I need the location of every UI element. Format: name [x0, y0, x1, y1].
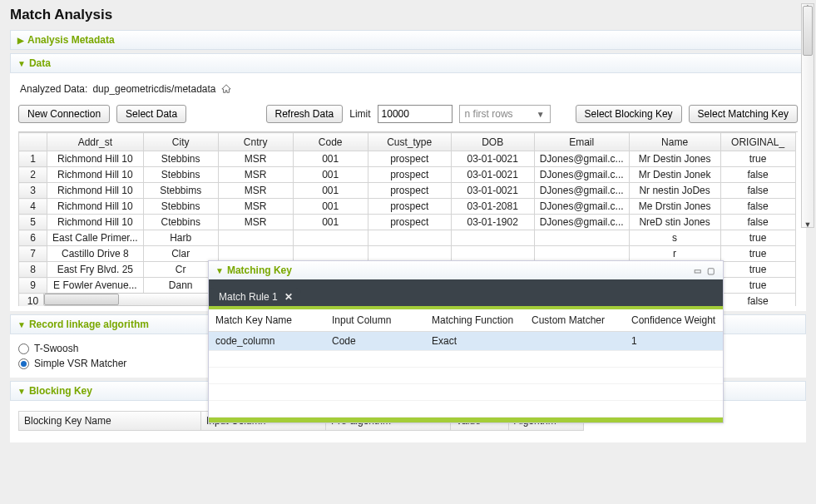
data-cell[interactable]: DJones@gmail.c... [534, 167, 629, 183]
data-cell[interactable] [218, 230, 293, 246]
data-cell[interactable]: East Fry Blvd. 25 [47, 262, 144, 278]
rownum-cell[interactable]: 3 [19, 183, 47, 199]
data-cell[interactable]: E Fowler Avenue... [47, 278, 144, 294]
n-first-rows-select[interactable]: n first rows ▼ [459, 105, 551, 123]
data-cell[interactable]: Cr [143, 262, 218, 278]
data-cell[interactable]: MSR [218, 183, 293, 199]
matching-key-table[interactable]: Match Key Name Input Column Matching Fun… [209, 309, 723, 418]
rownum-cell[interactable]: 5 [19, 215, 47, 230]
data-cell[interactable]: true [720, 278, 795, 294]
data-cell[interactable] [368, 246, 451, 262]
data-cell[interactable]: Stebbins [143, 167, 218, 183]
data-cell[interactable]: Mr Destin Jonek [629, 167, 720, 183]
data-cell[interactable]: 03-01-2081 [451, 199, 534, 215]
data-cell[interactable]: DJones@gmail.c... [534, 215, 629, 230]
data-cell[interactable]: false [720, 215, 795, 230]
data-cell[interactable]: MSR [218, 167, 293, 183]
data-cell[interactable]: true [720, 262, 795, 278]
select-blocking-key-button[interactable]: Select Blocking Key [576, 105, 682, 123]
data-cell[interactable]: DJones@gmail.c... [534, 183, 629, 199]
col-email[interactable]: Email [534, 133, 629, 151]
mk-col-func[interactable]: Matching Function [425, 309, 525, 332]
table-row[interactable]: 6East Calle Primer...Harbstrue [19, 230, 796, 246]
mk-col-weight[interactable]: Confidence Weight [625, 309, 723, 332]
mk-cell-input[interactable]: Code [325, 332, 425, 351]
data-cell[interactable]: r [629, 246, 720, 262]
data-cell[interactable]: false [720, 183, 795, 199]
mk-cell-weight[interactable]: 1 [625, 332, 723, 351]
data-cell[interactable]: 001 [293, 167, 368, 183]
table-row[interactable]: 3Richmond Hill 10StebbimsMSR001prospect0… [19, 183, 796, 199]
data-cell[interactable] [451, 230, 534, 246]
data-cell[interactable] [451, 246, 534, 262]
data-cell[interactable]: Richmond Hill 10 [47, 215, 144, 230]
rownum-cell[interactable]: 6 [19, 230, 47, 246]
data-cell[interactable]: s [629, 230, 720, 246]
data-cell[interactable]: DJones@gmail.c... [534, 151, 629, 167]
data-cell[interactable]: prospect [368, 199, 451, 215]
data-cell[interactable]: Nr nestin JoDes [629, 183, 720, 199]
data-cell[interactable]: true [720, 246, 795, 262]
data-header[interactable]: ▼ Data [10, 53, 806, 73]
data-cell[interactable]: 001 [293, 151, 368, 167]
rownum-cell[interactable]: 4 [19, 199, 47, 215]
mk-col-matcher[interactable]: Custom Matcher [525, 309, 625, 332]
select-data-button[interactable]: Select Data [116, 105, 186, 123]
data-cell[interactable]: true [720, 230, 795, 246]
data-cell[interactable]: 001 [293, 215, 368, 230]
rownum-cell[interactable]: 9 [19, 278, 47, 294]
data-cell[interactable]: 03-01-0021 [451, 167, 534, 183]
select-matching-key-button[interactable]: Select Matching Key [689, 105, 798, 123]
horizontal-scrollbar[interactable] [43, 293, 210, 306]
matching-key-row[interactable]: code_column Code Exact 1 [209, 332, 723, 351]
data-cell[interactable]: false [720, 167, 795, 183]
data-cell[interactable]: Richmond Hill 10 [47, 183, 144, 199]
mk-cell-key[interactable]: code_column [209, 332, 325, 351]
table-row[interactable]: 7Castillo Drive 8Clarrtrue [19, 246, 796, 262]
scrollbar-thumb[interactable] [44, 294, 119, 305]
data-cell[interactable]: Stebbins [143, 151, 218, 167]
rownum-cell[interactable]: 1 [19, 151, 47, 167]
data-cell[interactable]: 001 [293, 183, 368, 199]
rownum-cell[interactable]: 2 [19, 167, 47, 183]
col-name[interactable]: Name [629, 133, 720, 151]
data-cell[interactable]: 03-01-1902 [451, 215, 534, 230]
table-row[interactable]: 4Richmond Hill 10StebbinsMSR001prospect0… [19, 199, 796, 215]
matching-key-header[interactable]: ▼ Matching Key ▭ ▢ [209, 261, 723, 279]
data-cell[interactable] [534, 230, 629, 246]
table-row[interactable]: 1Richmond Hill 10StebbinsMSR001prospect0… [19, 151, 796, 167]
mk-cell-matcher[interactable] [525, 332, 625, 351]
data-cell[interactable]: DJones@gmail.c... [534, 199, 629, 215]
data-cell[interactable]: Castillo Drive 8 [47, 246, 144, 262]
scrollbar-thumb[interactable] [803, 6, 813, 56]
data-cell[interactable]: Me Drstin Jones [629, 199, 720, 215]
data-cell[interactable]: Ctebbins [143, 215, 218, 230]
data-cell[interactable]: Clar [143, 246, 218, 262]
bk-col-name[interactable]: Blocking Key Name [18, 411, 201, 431]
col-cust[interactable]: Cust_type [368, 133, 451, 151]
data-cell[interactable]: Richmond Hill 10 [47, 167, 144, 183]
data-cell[interactable]: 001 [293, 199, 368, 215]
data-cell[interactable]: Richmond Hill 10 [47, 151, 144, 167]
main-vertical-scrollbar[interactable]: ▲ ▼ [801, 3, 814, 228]
data-cell[interactable]: Richmond Hill 10 [47, 199, 144, 215]
data-cell[interactable] [293, 230, 368, 246]
data-cell[interactable]: MSR [218, 151, 293, 167]
data-cell[interactable]: Harb [143, 230, 218, 246]
col-code[interactable]: Code [293, 133, 368, 151]
data-cell[interactable] [218, 246, 293, 262]
data-cell[interactable]: 03-01-0021 [451, 151, 534, 167]
data-cell[interactable]: Stebbins [143, 199, 218, 215]
data-cell[interactable] [534, 246, 629, 262]
data-cell[interactable]: true [720, 151, 795, 167]
data-cell[interactable]: prospect [368, 167, 451, 183]
data-cell[interactable]: MSR [218, 199, 293, 215]
data-cell[interactable]: NreD stin Jones [629, 215, 720, 230]
tab-match-rule-1[interactable]: Match Rule 1 ✕ [209, 288, 301, 306]
data-cell[interactable]: MSR [218, 215, 293, 230]
rownum-cell[interactable]: 8 [19, 262, 47, 278]
rownum-cell[interactable]: 7 [19, 246, 47, 262]
new-connection-button[interactable]: New Connection [18, 105, 110, 123]
col-addr[interactable]: Addr_st [47, 133, 144, 151]
limit-input[interactable] [378, 105, 453, 123]
